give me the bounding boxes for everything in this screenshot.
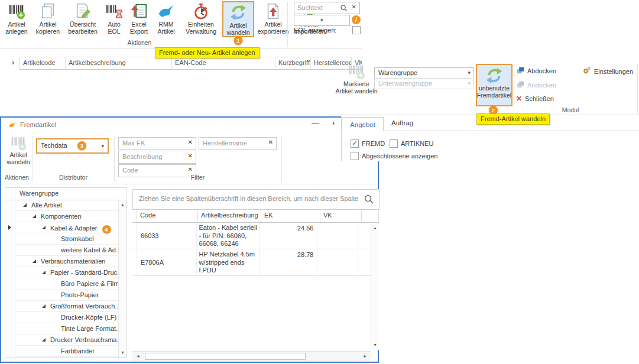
ribbon-button-excel-export[interactable]: Excel Export: [126, 1, 151, 36]
grid-row-66033[interactable]: 66033Eaton - Kabel seriell - für P/N: 66…: [132, 223, 371, 249]
tree-item-b-ro-papiere-filme[interactable]: Büro Papiere & Filme: [5, 278, 118, 290]
tree-item-komponenten[interactable]: Komponenten: [5, 211, 118, 222]
tree-expanded-icon[interactable]: [42, 338, 46, 342]
andocken-button[interactable]: Andocken: [516, 80, 556, 90]
schliessen-button[interactable]: ✕ Schließen: [516, 95, 554, 103]
artikel-wandeln-disabled-button[interactable]: Artikel wandeln: [5, 135, 32, 165]
tree-item-label: Drucker Verbrauchsma...: [50, 336, 122, 343]
tree-item-drucker-verbrauchsma-[interactable]: Drucker Verbrauchsma...: [5, 334, 118, 346]
column-header-code[interactable]: Code: [137, 210, 198, 222]
scroll-down-icon[interactable]: ▾: [371, 341, 379, 349]
distributor-combobox[interactable]: Techdata 3 ▾: [36, 138, 109, 154]
tree-item-stromkabel[interactable]: Stromkabel: [5, 233, 118, 245]
copy-icon: [39, 2, 57, 20]
tree-item-alle-artikel[interactable]: Alle Artikel: [5, 200, 118, 211]
search-scope-dropdown[interactable]: ▾: [294, 15, 350, 26]
tree-header: Warengruppe: [5, 188, 126, 200]
tree-item-kabel-adapter[interactable]: Kabel & Adapter4: [5, 222, 118, 233]
tree-expanded-icon[interactable]: [42, 226, 46, 229]
cell-ek: 24.56: [260, 223, 318, 249]
column-header-ean-code[interactable]: EAN-Code: [172, 57, 275, 69]
tree-item-weitere-kabel-ad-[interactable]: weitere Kabel & Ad...: [5, 245, 118, 256]
fremdartikel-window: Fremdartikel — Artikel wandeln Techdata …: [0, 116, 379, 363]
scroll-right-icon[interactable]: ▸: [361, 352, 369, 360]
tree-item-verbrauchsmaterialien[interactable]: Verbrauchsmaterialien: [5, 256, 118, 267]
tree-item-photo-papier[interactable]: Photo-Papier: [5, 290, 118, 301]
ribbon-button-artikel-exportieren[interactable]: Artikel exportieren: [255, 1, 291, 36]
einstellungen-button[interactable]: Einstellungen: [582, 66, 633, 76]
clear-icon[interactable]: ✕: [188, 166, 193, 173]
tree-expanded-icon[interactable]: [42, 271, 46, 274]
group-label-distributor: Distributor: [33, 174, 114, 181]
cell-filler: [358, 223, 371, 249]
column-header-artikelbeschreibung[interactable]: Artikelbeschreibung: [198, 210, 261, 222]
column-header-ek[interactable]: EK: [261, 210, 320, 222]
tree-item-label: Drucker-Köpfe (LF): [61, 314, 116, 321]
tree-item-farbb-nder[interactable]: Farbbänder: [5, 346, 118, 357]
tree-expanded-icon[interactable]: [33, 259, 36, 263]
artikneu-label: ARTIKNEU: [401, 140, 433, 147]
tab-angebot[interactable]: Angebot: [342, 117, 384, 131]
scrollbar-thumb[interactable]: [145, 353, 306, 360]
warengruppe-combobox[interactable]: Warengruppe ▾: [374, 67, 474, 79]
ribbon-button-rmm-artikel[interactable]: RMM Artikel: [153, 1, 180, 36]
panel-expander-chevron[interactable]: ›: [332, 119, 335, 127]
artikneu-checkbox[interactable]: [390, 139, 398, 148]
abdocken-button[interactable]: Abdocken: [516, 66, 556, 76]
ribbon-button--bersicht-bearbeiten[interactable]: Übersicht bearbeiten: [64, 1, 102, 36]
ribbon-button-artikel-wandeln[interactable]: Artikel wandeln1: [222, 1, 254, 37]
tree-item-gro-format-verbrauch-[interactable]: Großformat Verbrauch...: [5, 301, 118, 312]
ribbon-button-artikel-anlegen[interactable]: Artikel anlegen: [1, 1, 32, 36]
abgeschlossene-checkbox[interactable]: [351, 152, 359, 160]
scroll-up-icon[interactable]: ▴: [371, 224, 379, 232]
result-grid-header: CodeArtikelbeschreibungEKVK: [132, 210, 379, 223]
search-input[interactable]: Suchtext ✕: [294, 2, 360, 14]
column-header-vk[interactable]: VK: [320, 210, 362, 222]
unterwarengruppe-combobox[interactable]: Unterwarengruppe ▾: [374, 78, 474, 89]
tree-scrollbar[interactable]: ▴ ▾: [118, 200, 126, 358]
tree-expanded-icon[interactable]: [23, 203, 27, 207]
scroll-down-icon[interactable]: ▾: [119, 349, 126, 356]
ribbon-button-auto-eol[interactable]: Auto EOL: [103, 1, 125, 36]
clear-icon[interactable]: ✕: [268, 139, 273, 145]
convert-arrows-icon: [485, 67, 503, 84]
tree-item-tintenpatronen[interactable]: Tintenpatronen: [5, 357, 118, 358]
clear-icon[interactable]: ✕: [188, 139, 193, 145]
groupby-hint-text: Ziehen Sie eine Spaltenüberschrift in di…: [139, 195, 360, 202]
tab-auftrag[interactable]: Auftrag: [391, 119, 413, 126]
info-icon[interactable]: i: [352, 15, 361, 24]
marked-button-label2: Artikel wandeln: [335, 87, 377, 95]
search-icon[interactable]: [364, 194, 374, 207]
unbenutzte-fremdartikel-button[interactable]: unbenutzte Fremdartikel: [476, 64, 513, 106]
tree-item-papier-standard-druc-[interactable]: Papier - Standard-Druc...: [5, 267, 118, 278]
ribbon-button-einheiten-verwaltung[interactable]: Einheiten Verwaltung: [181, 1, 221, 36]
clear-icon[interactable]: ✕: [188, 152, 193, 159]
filter-beschreibung-input[interactable]: Beschreibung ✕: [118, 151, 196, 164]
barcode-add-icon: [8, 2, 25, 20]
filter-max-ek-input[interactable]: Max EK ✕: [118, 137, 196, 150]
search-icon[interactable]: [340, 4, 348, 12]
chevron-down-icon: ▾: [320, 17, 323, 23]
fremd-checkbox[interactable]: ✓: [351, 139, 359, 148]
tree-item-drucker-k-pfe-lf-[interactable]: Drucker-Köpfe (LF): [5, 312, 118, 323]
tree-item-tinte-large-format-[interactable]: Tinte Large Format...: [5, 323, 118, 334]
scroll-left-icon[interactable]: ◂: [134, 352, 142, 360]
grid-groupby-bar[interactable]: Ziehen Sie eine Spaltenüberschrift in di…: [132, 189, 379, 210]
grid-horizontal-scrollbar[interactable]: ◂ ▸: [132, 351, 371, 361]
column-header-kurzbegriff[interactable]: Kurzbegriff: [275, 57, 311, 69]
tree-item-label: Kabel & Adapter4: [50, 224, 111, 233]
search-clear-icon[interactable]: ✕: [352, 4, 356, 10]
eol-anzeigen-checkbox[interactable]: [352, 26, 361, 34]
filter-herstellername-input[interactable]: Herstellername ✕: [199, 137, 277, 150]
column-header-artikelcode[interactable]: Artikelcode: [20, 57, 66, 69]
tree-expanded-icon[interactable]: [33, 214, 36, 218]
minimize-button[interactable]: —: [312, 119, 319, 128]
grid-row-E7806A[interactable]: E7806AHP Netzkabel 4.5m w/stripped ends …: [132, 249, 371, 276]
tree-expanded-icon[interactable]: [42, 304, 46, 308]
ribbon-button-artikel-kopieren[interactable]: Artikel kopieren: [33, 1, 63, 36]
scroll-up-icon[interactable]: ▴: [119, 201, 126, 209]
column-header-artikelbeschreibung[interactable]: Artikelbeschreibung: [66, 57, 172, 69]
row-expander-chevron[interactable]: ›: [12, 58, 14, 67]
schliessen-label: Schließen: [525, 95, 554, 102]
grid-vertical-scrollbar[interactable]: ▴ ▾: [371, 223, 379, 350]
